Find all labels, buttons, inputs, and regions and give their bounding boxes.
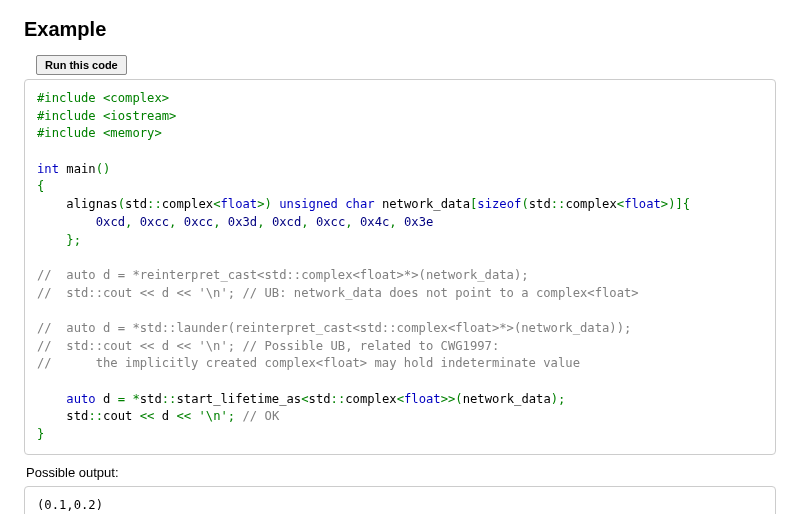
code-token: } — [37, 427, 44, 441]
code-token: main — [59, 162, 96, 176]
code-token: char — [345, 197, 374, 211]
code-token: }; — [66, 233, 81, 247]
code-token: :: — [331, 392, 346, 406]
code-token: << — [140, 409, 155, 423]
code-token: alignas — [37, 197, 118, 211]
output-label: Possible output: — [26, 465, 776, 480]
code-token: network_data — [375, 197, 470, 211]
code-token: = — [118, 392, 125, 406]
code-token: start_lifetime_as — [176, 392, 301, 406]
code-token: , — [257, 215, 272, 229]
code-token: int — [37, 162, 59, 176]
code-token: { — [37, 179, 44, 193]
code-token: 0xcd — [96, 215, 125, 229]
code-token: 0xcc — [140, 215, 169, 229]
code-token: 0xcd — [272, 215, 301, 229]
code-token: ( — [521, 197, 528, 211]
output-block: (0.1,0.2) — [24, 486, 776, 514]
code-token — [37, 233, 66, 247]
code-token: float — [624, 197, 661, 211]
code-token: unsigned — [279, 197, 338, 211]
code-token: std — [125, 197, 147, 211]
code-token: 0xcc — [184, 215, 213, 229]
code-token — [37, 215, 96, 229]
code-token: std — [37, 409, 88, 423]
code-token: complex — [162, 197, 213, 211]
code-token: >)]{ — [661, 197, 690, 211]
code-content: #include <complex> #include <iostream> #… — [37, 90, 763, 444]
section-heading: Example — [24, 18, 776, 41]
code-token: 0xcc — [316, 215, 345, 229]
code-token: < — [397, 392, 404, 406]
code-token: < — [301, 392, 308, 406]
code-token: auto — [66, 392, 95, 406]
code-token: >) — [257, 197, 272, 211]
code-token: // auto d = *std::launder(reinterpret_ca… — [37, 321, 631, 335]
code-token: ); — [551, 392, 566, 406]
code-token: , — [389, 215, 404, 229]
code-token — [37, 392, 66, 406]
code-token: , — [125, 215, 140, 229]
code-token: #include <iostream> — [37, 109, 176, 123]
code-token: #include <complex> — [37, 91, 169, 105]
code-token: ( — [118, 197, 125, 211]
code-token: :: — [147, 197, 162, 211]
code-token: d — [96, 392, 118, 406]
code-block: #include <complex> #include <iostream> #… — [24, 79, 776, 455]
code-token: std — [140, 392, 162, 406]
code-token: // std::cout << d << '\n'; // Possible U… — [37, 339, 499, 353]
code-token: 0x4c — [360, 215, 389, 229]
code-token: 0x3d — [228, 215, 257, 229]
code-token: , — [301, 215, 316, 229]
code-token: , — [213, 215, 228, 229]
code-token: // auto d = *reinterpret_cast<std::compl… — [37, 268, 529, 282]
code-token — [235, 409, 242, 423]
code-token: :: — [162, 392, 177, 406]
output-content: (0.1,0.2) — [37, 497, 763, 514]
code-token: std — [309, 392, 331, 406]
code-token: << — [176, 409, 191, 423]
code-token: 0x3e — [404, 215, 433, 229]
code-token: , — [345, 215, 360, 229]
code-token: complex — [345, 392, 396, 406]
code-token: () — [96, 162, 111, 176]
run-code-button[interactable]: Run this code — [36, 55, 127, 75]
code-token: :: — [88, 409, 103, 423]
code-token: d — [154, 409, 176, 423]
code-token: float — [404, 392, 441, 406]
code-token: // std::cout << d << '\n'; // UB: networ… — [37, 286, 639, 300]
code-token: std — [529, 197, 551, 211]
code-token: // OK — [243, 409, 280, 423]
code-token: sizeof — [477, 197, 521, 211]
code-token: , — [169, 215, 184, 229]
code-token: cout — [103, 409, 140, 423]
code-token: complex — [565, 197, 616, 211]
code-token: * — [132, 392, 139, 406]
code-token: // the implicitly created complex<float>… — [37, 356, 580, 370]
code-token: :: — [551, 197, 566, 211]
code-token: >>( — [441, 392, 463, 406]
code-token: network_data — [463, 392, 551, 406]
code-token: #include <memory> — [37, 126, 162, 140]
code-token: float — [220, 197, 257, 211]
code-token: '\n' — [198, 409, 227, 423]
